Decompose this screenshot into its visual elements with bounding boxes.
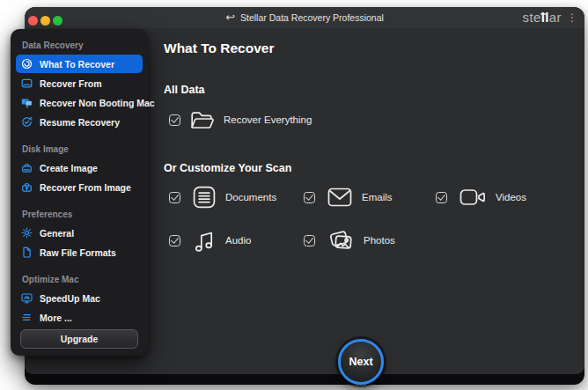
sidebar-item-label: Recover From: [40, 78, 102, 89]
videos-option[interactable]: Videos: [436, 184, 526, 210]
audio-option[interactable]: Audio: [169, 227, 251, 254]
recover-everything-label: Recover Everything: [224, 114, 312, 125]
section-label-preferences: Preferences: [22, 210, 136, 219]
video-camera-icon: [459, 188, 486, 207]
videos-checkbox[interactable]: [436, 192, 447, 203]
sidebar: Data Recovery What To Recover Recover Fr…: [11, 29, 148, 356]
sidebar-item-label: Raw File Formats: [40, 247, 116, 258]
sidebar-item-create-image[interactable]: Create Image: [16, 158, 143, 177]
section-label-disk-image: Disk Image: [22, 144, 136, 154]
sidebar-item-label: What To Recover: [40, 59, 114, 70]
resume-refresh-icon: [21, 116, 33, 128]
photos-label: Photos: [364, 235, 395, 246]
sidebar-item-label: Create Image: [40, 163, 98, 173]
sidebar-item-label: Recover Non Booting Mac: [40, 98, 155, 108]
stellar-logo: stellar: [523, 10, 562, 25]
logo-umlaut-dots: [540, 13, 546, 15]
drive-icon: [21, 77, 33, 89]
documents-option[interactable]: Documents: [169, 184, 276, 210]
logo-post: ar: [549, 10, 562, 25]
gear-icon: [21, 227, 33, 239]
create-image-icon: [21, 162, 33, 173]
sidebar-item-label: SpeedUp Mac: [40, 293, 100, 304]
sidebar-item-recover-from-image[interactable]: Recover From Image: [16, 178, 143, 196]
documents-label: Documents: [225, 192, 276, 202]
sidebar-item-general[interactable]: General: [16, 224, 143, 242]
sidebar-item-speedup-mac[interactable]: SpeedUp Mac: [16, 289, 143, 307]
sidebar-item-recover-non-booting-mac[interactable]: Recover Non Booting Mac: [16, 93, 143, 112]
photos-checkbox[interactable]: [304, 235, 315, 247]
recover-image-icon: [21, 181, 33, 193]
kebab-menu-icon[interactable]: ⋮: [567, 11, 577, 24]
emails-checkbox[interactable]: [304, 192, 315, 203]
upgrade-button[interactable]: Upgrade: [20, 329, 138, 349]
recover-target-icon: [21, 58, 33, 70]
sidebar-item-what-to-recover[interactable]: What To Recover: [16, 55, 143, 73]
sidebar-item-label: Resume Recovery: [40, 117, 120, 128]
documents-icon: [193, 186, 216, 209]
sidebar-item-label: Recover From Image: [40, 182, 131, 193]
window-title: Stellar Data Recovery Professional: [240, 12, 384, 23]
mac-displays-icon: [21, 97, 33, 108]
speedup-monitor-icon: [21, 292, 33, 304]
more-layers-icon: [21, 312, 33, 323]
section-label-optimize-mac: Optimize Mac: [22, 275, 136, 284]
photos-option[interactable]: Photos: [304, 227, 395, 254]
title-bar: ↩ Stellar Data Recovery Professional ste…: [25, 7, 584, 28]
emails-option[interactable]: Emails: [304, 184, 393, 210]
raw-file-icon: [21, 247, 33, 258]
logo-pre: ste: [523, 10, 541, 25]
sidebar-item-label: More ...: [40, 313, 72, 323]
documents-checkbox[interactable]: [169, 192, 180, 203]
emails-label: Emails: [362, 192, 393, 202]
sidebar-item-label: General: [40, 228, 74, 239]
page: ↩ Stellar Data Recovery Professional ste…: [0, 0, 588, 390]
next-button[interactable]: Next: [338, 339, 384, 385]
all-data-heading: All Data: [164, 84, 205, 96]
audio-checkbox[interactable]: [169, 235, 180, 247]
recover-everything-checkbox[interactable]: [169, 114, 180, 126]
envelope-icon: [327, 188, 352, 207]
audio-label: Audio: [225, 235, 251, 246]
videos-label: Videos: [496, 192, 526, 202]
logo-mid: ll: [541, 10, 549, 25]
back-arrow-icon[interactable]: ↩: [225, 11, 235, 23]
photos-stack-icon: [327, 228, 354, 253]
recover-everything-option[interactable]: Recover Everything: [169, 107, 312, 133]
music-note-icon: [193, 228, 216, 253]
sidebar-item-resume-recovery[interactable]: Resume Recovery: [16, 113, 143, 131]
window-title-group: ↩ Stellar Data Recovery Professional: [25, 7, 584, 28]
bottom-bar: [25, 374, 584, 385]
folder-icon: [189, 108, 216, 132]
sidebar-item-raw-file-formats[interactable]: Raw File Formats: [16, 243, 143, 261]
section-label-data-recovery: Data Recovery: [22, 40, 136, 50]
page-title: What To Recover: [164, 40, 274, 56]
sidebar-item-recover-from[interactable]: Recover From: [16, 74, 143, 92]
sidebar-item-more[interactable]: More ...: [16, 308, 143, 327]
customize-scan-heading: Or Customize Your Scan: [164, 162, 291, 174]
